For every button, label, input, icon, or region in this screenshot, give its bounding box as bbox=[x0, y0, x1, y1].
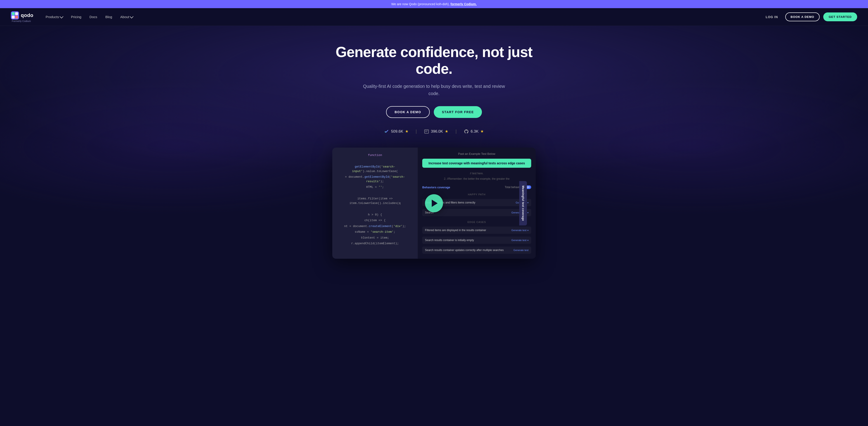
nav-pricing[interactable]: Pricing bbox=[68, 13, 85, 21]
code-line: r.appendChild(itemElement); bbox=[337, 241, 413, 246]
stat-vscode: 509.6K ★ bbox=[384, 129, 408, 134]
products-chevron-icon bbox=[59, 15, 63, 19]
test-header: Past an Example Test Below bbox=[422, 152, 531, 155]
play-button[interactable] bbox=[425, 194, 443, 212]
side-tab: Meaningful test coverage bbox=[519, 181, 527, 225]
svg-rect-3 bbox=[12, 16, 15, 19]
stat-github: 6.3K ★ bbox=[464, 129, 484, 134]
book-demo-nav-button[interactable]: BOOK A DEMO bbox=[785, 12, 820, 21]
chevron-down-icon: ▾ bbox=[527, 239, 528, 242]
hero-title: Generate confidence, not just code. bbox=[332, 44, 536, 77]
nav-products[interactable]: Products bbox=[42, 13, 66, 21]
nav-blog[interactable]: Blog bbox=[102, 13, 115, 21]
code-line bbox=[337, 159, 413, 164]
code-line: nt = document.createElement('div'); bbox=[337, 224, 413, 229]
hero-start-free-button[interactable]: START FOR FREE bbox=[434, 106, 482, 118]
get-started-nav-button[interactable]: GET STARTED bbox=[823, 12, 857, 21]
code-line: h > 0) { bbox=[337, 212, 413, 217]
github-icon bbox=[464, 129, 469, 134]
test-row: Search results container is initially em… bbox=[422, 236, 531, 244]
logo-area: qodo Formerly Codium bbox=[11, 11, 33, 22]
stat-editor-value: 396.0K bbox=[431, 129, 443, 134]
nav-docs[interactable]: Docs bbox=[86, 13, 100, 21]
stat-divider-1: | bbox=[416, 129, 417, 134]
login-button[interactable]: LOG IN bbox=[762, 13, 781, 21]
code-line bbox=[337, 191, 413, 195]
stats-row: 509.6K ★ | 396.0K ★ | 6.3K ★ bbox=[384, 129, 484, 134]
code-panel: function getElementById('search-input').… bbox=[332, 148, 418, 259]
code-line: items.filter(item => item.toLowerCase().… bbox=[337, 197, 413, 205]
behaviors-header: Behaviors coverage Total behaviors 13 bbox=[422, 186, 531, 189]
svg-rect-1 bbox=[12, 12, 15, 15]
code-line bbox=[337, 207, 413, 211]
generate-test-button-3[interactable]: Generate test ▾ bbox=[511, 239, 528, 242]
stat-github-star: ★ bbox=[480, 129, 484, 134]
edge-test-3: Search results container updates correct… bbox=[425, 249, 504, 252]
code-line: ch(item => { bbox=[337, 218, 413, 223]
test-green-bar: Increase test coverage with meaningful t… bbox=[422, 159, 531, 168]
code-line: = document.getElementById('search-result… bbox=[337, 175, 413, 183]
vscode-icon bbox=[384, 129, 389, 134]
hero-subtitle: Quality-first AI code generation to help… bbox=[357, 83, 511, 97]
logo-row: qodo bbox=[11, 11, 33, 20]
stat-github-value: 6.3K bbox=[471, 129, 478, 134]
nav-actions: LOG IN BOOK A DEMO GET STARTED bbox=[762, 12, 857, 21]
formerly-text: Formerly Codium bbox=[11, 20, 33, 22]
generate-test-button-4[interactable]: Generate test bbox=[513, 249, 528, 252]
instructions-2: 2. //Remember: the better the example, t… bbox=[422, 177, 531, 180]
test-row: Search results container updates correct… bbox=[422, 247, 531, 254]
behaviors-label: Behaviors coverage bbox=[422, 186, 450, 189]
logo-text: qodo bbox=[21, 12, 33, 18]
editor-icon bbox=[424, 129, 429, 134]
demo-preview: function getElementById('search-input').… bbox=[332, 148, 536, 259]
generate-test-button-2[interactable]: Generate test ▾ bbox=[511, 229, 528, 232]
hero-book-demo-button[interactable]: BOOK A DEMO bbox=[386, 106, 430, 118]
stat-vscode-star: ★ bbox=[405, 129, 408, 134]
edge-test-2: Search results container is initially em… bbox=[425, 238, 474, 242]
nav-about[interactable]: About bbox=[117, 13, 136, 21]
hero-section: Generate confidence, not just code. Qual… bbox=[0, 26, 868, 268]
code-line: tContent = item; bbox=[337, 236, 413, 240]
code-line: ssName = 'search-item'; bbox=[337, 230, 413, 234]
svg-rect-4 bbox=[15, 16, 18, 19]
navbar: qodo Formerly Codium Products Pricing Do… bbox=[0, 8, 868, 26]
hero-buttons: BOOK A DEMO START FOR FREE bbox=[386, 106, 482, 118]
announcement-text: We are now Qodo (pronounced koh-doh), bbox=[391, 2, 451, 6]
play-triangle-icon bbox=[432, 200, 438, 207]
stat-vscode-value: 509.6K bbox=[391, 129, 403, 134]
about-chevron-icon bbox=[130, 15, 133, 19]
code-line: HTML = ''; bbox=[337, 185, 413, 190]
stat-editor: 396.0K ★ bbox=[424, 129, 448, 134]
svg-rect-5 bbox=[425, 130, 429, 133]
code-line: function bbox=[337, 153, 413, 158]
svg-rect-2 bbox=[15, 12, 18, 15]
announcement-bar: We are now Qodo (pronounced koh-doh), fo… bbox=[0, 0, 868, 8]
logo-icon bbox=[11, 11, 19, 20]
edge-test-1: Filtered items are displayed in the resu… bbox=[425, 229, 486, 232]
chevron-down-icon: ▾ bbox=[527, 229, 528, 232]
nav-links: Products Pricing Docs Blog About bbox=[42, 13, 762, 21]
edge-cases-label: EDGE CASES bbox=[422, 221, 531, 223]
stat-editor-star: ★ bbox=[445, 129, 448, 134]
chevron-down-icon: ▾ bbox=[527, 201, 528, 204]
announcement-link[interactable]: formerly Codium. bbox=[451, 2, 477, 6]
chevron-down-icon: ▾ bbox=[527, 211, 528, 214]
stat-divider-2: | bbox=[456, 129, 457, 134]
code-line: getElementById('search-input').value.toL… bbox=[337, 165, 413, 173]
test-row: Filtered items are displayed in the resu… bbox=[422, 227, 531, 234]
instructions-1: // test here. bbox=[422, 172, 531, 175]
